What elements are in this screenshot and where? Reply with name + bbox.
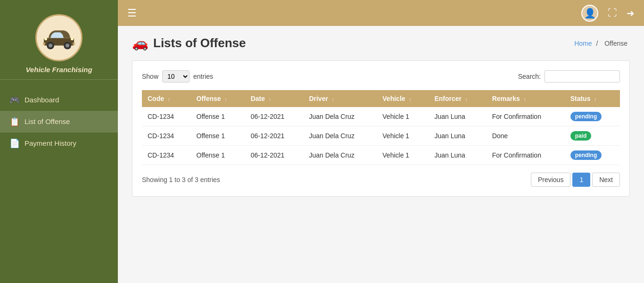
next-button[interactable]: Next — [592, 173, 620, 187]
search-area: Search: — [518, 70, 620, 83]
expand-button[interactable]: ⛶ — [608, 8, 617, 18]
cell-status: paid — [565, 126, 620, 146]
breadcrumb-home[interactable]: Home — [574, 40, 592, 47]
status-badge: pending — [570, 150, 602, 160]
sidebar-item-dashboard[interactable]: 🎮 Dashboard — [0, 89, 118, 111]
cell-offense: Offense 1 — [191, 146, 245, 165]
logo-circle — [35, 14, 83, 61]
offense-table: Code ↕ Offense ↕ Date ↕ Driver ↕ Vehicle… — [142, 90, 620, 165]
cell-code: CD-1234 — [142, 107, 191, 126]
col-enforcer[interactable]: Enforcer ↕ — [429, 90, 486, 107]
svg-point-2 — [49, 44, 52, 48]
cell-remarks: For Confirmation — [487, 107, 565, 126]
cell-code: CD-1234 — [142, 146, 191, 165]
dashboard-icon: 🎮 — [9, 95, 20, 105]
page-1-button[interactable]: 1 — [572, 173, 590, 187]
previous-button[interactable]: Previous — [531, 173, 570, 187]
search-label: Search: — [518, 73, 541, 80]
cell-vehicle: Vehicle 1 — [377, 126, 429, 146]
page-title: Lists of Offense — [153, 36, 246, 50]
status-badge: paid — [570, 131, 592, 141]
cell-enforcer: Juan Luna — [429, 107, 486, 126]
col-remarks[interactable]: Remarks ↕ — [487, 90, 565, 107]
show-label: Show — [142, 73, 158, 80]
cell-driver: Juan Dela Cruz — [303, 146, 377, 165]
table-row: CD-1234 Offense 1 06-12-2021 Juan Dela C… — [142, 107, 620, 126]
cell-code: CD-1234 — [142, 126, 191, 146]
sidebar-item-label-payment-history: Payment History — [25, 139, 76, 147]
col-vehicle[interactable]: Vehicle ↕ — [377, 90, 429, 107]
cell-vehicle: Vehicle 1 — [377, 107, 429, 126]
cell-offense: Offense 1 — [191, 126, 245, 146]
cell-driver: Juan Dela Cruz — [303, 126, 377, 146]
topbar-right: 👤 ⛶ ➜ — [581, 5, 635, 22]
cell-remarks: For Confirmation — [487, 146, 565, 165]
cell-enforcer: Juan Luna — [429, 146, 486, 165]
sidebar-item-payment-history[interactable]: 📄 Payment History — [0, 133, 118, 154]
table-header-row: Code ↕ Offense ↕ Date ↕ Driver ↕ Vehicle… — [142, 90, 620, 107]
cell-date: 06-12-2021 — [245, 146, 304, 165]
cell-status: pending — [565, 146, 620, 165]
col-code[interactable]: Code ↕ — [142, 90, 191, 107]
breadcrumb-current: Offense — [604, 40, 627, 47]
logout-button[interactable]: ➜ — [627, 8, 635, 19]
table-footer: Showing 1 to 3 of 3 entries Previous 1 N… — [142, 173, 620, 187]
entries-select[interactable]: 10 25 50 100 — [162, 70, 190, 83]
svg-rect-6 — [73, 43, 75, 45]
svg-point-4 — [66, 44, 69, 48]
search-input[interactable] — [545, 70, 620, 83]
breadcrumb: Home / Offense — [574, 40, 630, 47]
hamburger-button[interactable]: ☰ — [127, 7, 137, 19]
table-body: CD-1234 Offense 1 06-12-2021 Juan Dela C… — [142, 107, 620, 165]
page-title-area: 🚗 Lists of Offense — [132, 35, 246, 51]
col-date[interactable]: Date ↕ — [245, 90, 304, 107]
breadcrumb-separator: / — [596, 40, 598, 47]
svg-point-8 — [44, 38, 47, 41]
list-of-offense-icon: 📋 — [9, 117, 20, 127]
sidebar: Vehicle Franchising 🎮 Dashboard 📋 List o… — [0, 0, 118, 283]
page-title-icon: 🚗 — [132, 35, 149, 51]
cell-vehicle: Vehicle 1 — [377, 146, 429, 165]
topbar: ☰ 👤 ⛶ ➜ — [118, 0, 644, 26]
main-area: ☰ 👤 ⛶ ➜ 🚗 Lists of Offense Home / Offens… — [118, 0, 644, 283]
sidebar-item-list-of-offense[interactable]: 📋 List of Offense — [0, 111, 118, 133]
table-row: CD-1234 Offense 1 06-12-2021 Juan Dela C… — [142, 146, 620, 165]
payment-history-icon: 📄 — [9, 138, 20, 149]
col-status[interactable]: Status ↕ — [565, 90, 620, 107]
showing-text: Showing 1 to 3 of 3 entries — [142, 176, 220, 183]
entries-label: entries — [193, 73, 213, 80]
cell-enforcer: Juan Luna — [429, 126, 486, 146]
table-row: CD-1234 Offense 1 06-12-2021 Juan Dela C… — [142, 126, 620, 146]
cell-status: pending — [565, 107, 620, 126]
pagination: Previous 1 Next — [531, 173, 620, 187]
cell-offense: Offense 1 — [191, 107, 245, 126]
cell-driver: Juan Dela Cruz — [303, 107, 377, 126]
app-name: Vehicle Franchising — [25, 65, 92, 75]
cell-date: 06-12-2021 — [245, 126, 304, 146]
user-avatar[interactable]: 👤 — [581, 5, 598, 22]
cell-remarks: Done — [487, 126, 565, 146]
sidebar-item-label-list-of-offense: List of Offense — [25, 117, 70, 125]
show-entries-control: Show 10 25 50 100 entries — [142, 70, 213, 83]
table-controls: Show 10 25 50 100 entries Search: — [142, 70, 620, 83]
page-header: 🚗 Lists of Offense Home / Offense — [132, 35, 630, 51]
content-area: 🚗 Lists of Offense Home / Offense Show 1… — [118, 26, 644, 283]
logo-area: Vehicle Franchising — [0, 5, 118, 80]
cell-date: 06-12-2021 — [245, 107, 304, 126]
svg-rect-5 — [43, 43, 45, 45]
nav-menu: 🎮 Dashboard 📋 List of Offense 📄 Payment … — [0, 80, 118, 164]
col-driver[interactable]: Driver ↕ — [303, 90, 377, 107]
status-badge: pending — [570, 112, 602, 121]
table-card: Show 10 25 50 100 entries Search: — [132, 60, 630, 197]
sidebar-item-label-dashboard: Dashboard — [25, 96, 59, 104]
svg-point-7 — [71, 38, 74, 41]
col-offense[interactable]: Offense ↕ — [191, 90, 245, 107]
